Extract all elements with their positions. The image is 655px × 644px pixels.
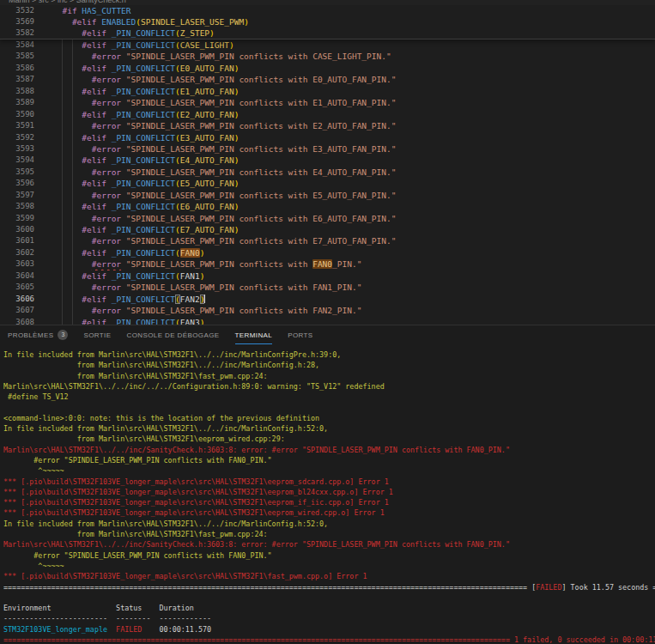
code-line[interactable]: 3591 #error "SPINDLE_LASER_PWM_PIN confl… [0,120,655,131]
code-line[interactable]: 3585 #error "SPINDLE_LASER_PWM_PIN confl… [0,51,655,62]
line-number: 3603 [0,258,34,270]
terminal-line: In file included from Marlin\src\HAL\STM… [3,349,655,360]
code-line[interactable]: 3589 #error "SPINDLE_LASER_PWM_PIN confl… [0,97,655,108]
problems-count-badge: 3 [58,330,68,340]
line-number: 3595 [0,167,34,178]
code-line-text: #elif _PIN_CONFLICT(E3_AUTO_FAN) [34,132,239,143]
code-line-text: #elif _PIN_CONFLICT(E5_AUTO_FAN) [34,178,239,189]
tab-debug-console[interactable]: CONSOLE DE DÉBOGAGE [126,325,219,344]
code-line[interactable]: 3603 #error "SPINDLE_LASER_PWM_PIN confl… [0,258,655,270]
code-line-text: #elif _PIN_CONFLICT(E1_AUTO_FAN) [34,86,239,97]
terminal-line: STM32F103VE_longer_maple FAILED 00:00:11… [3,624,655,635]
line-number: 3600 [0,224,34,235]
code-line[interactable]: 3592 #elif _PIN_CONFLICT(E3_AUTO_FAN) [0,132,655,143]
code-line[interactable]: 3596 #elif _PIN_CONFLICT(E5_AUTO_FAN) [0,178,655,189]
bottom-panel: PROBLÈMES3SORTIECONSOLE DE DÉBOGAGETERMI… [0,325,655,644]
terminal[interactable]: In file included from Marlin\src\HAL\STM… [0,344,655,644]
line-number: 3593 [0,143,34,155]
code-line[interactable]: 3598 #elif _PIN_CONFLICT(E6_AUTO_FAN) [0,201,655,212]
code-line[interactable]: 3595 #error "SPINDLE_LASER_PWM_PIN confl… [0,167,655,178]
code-line[interactable]: 3587 #error "SPINDLE_LASER_PWM_PIN confl… [0,74,655,85]
code-line-text: #elif _PIN_CONFLICT(CASE_LIGHT) [34,39,234,51]
terminal-line: *** [.pio\build\STM32F103VE_longer_maple… [3,497,655,507]
terminal-line: ========================================… [3,635,655,644]
terminal-line: from Marlin\src\HAL\STM32F1\../../inc/Ma… [3,360,655,370]
line-number: 3601 [0,235,34,246]
code-line[interactable]: 3597 #error "SPINDLE_LASER_PWM_PIN confl… [0,190,655,201]
line-number: 3597 [0,190,34,201]
code-line-text: #elif _PIN_CONFLICT(Z_STEP) [34,27,215,39]
code-line-text: #error "SPINDLE_LASER_PWM_PIN conflicts … [34,213,396,224]
code-line-text: #elif _PIN_CONFLICT(E4_AUTO_FAN) [34,155,239,166]
code-line-text: #error "SPINDLE_LASER_PWM_PIN conflicts … [34,97,396,108]
code-line-text: #elif _PIN_CONFLICT(FAN1) [34,270,204,282]
code-line-text: #error "SPINDLE_LASER_PWM_PIN conflicts … [34,282,361,293]
code-line[interactable]: 3582 #elif _PIN_CONFLICT(Z_STEP) [0,27,655,39]
line-number: 3582 [0,27,34,39]
code-line-text: #error "SPINDLE_LASER_PWM_PIN conflicts … [34,167,396,178]
code-line[interactable]: 3602 #elif _PIN_CONFLICT(FAN0) [0,247,655,258]
terminal-line: from Marlin\src\HAL\STM32F1\fast_pwm.cpp… [3,371,655,381]
terminal-line: *** [.pio\build\STM32F103VE_longer_maple… [3,507,655,518]
terminal-line [3,592,655,603]
code-line[interactable]: 3584 #elif _PIN_CONFLICT(CASE_LIGHT) [0,39,655,51]
terminal-line: #define TS_V12 [3,392,655,402]
terminal-line: Marlin\src\HAL\STM32F1\../../inc/SanityC… [3,539,655,550]
terminal-line: <command-line>:0:0: note: this is the lo… [3,413,655,423]
terminal-line: ========================================… [3,582,655,592]
code-viewport[interactable]: 3584 #elif _PIN_CONFLICT(CASE_LIGHT)3585… [0,39,655,325]
line-number: 3598 [0,201,34,212]
code-line[interactable]: 3608 #elif _PIN_CONFLICT(FAN3) [0,317,655,325]
code-line-text: #elif _PIN_CONFLICT(FAN2) [34,294,205,305]
tab-output[interactable]: SORTIE [83,325,111,344]
code-line-text: #elif _PIN_CONFLICT(E7_AUTO_FAN) [34,224,239,235]
code-line[interactable]: 3604 #elif _PIN_CONFLICT(FAN1) [0,270,655,282]
code-line[interactable]: 3593 #error "SPINDLE_LASER_PWM_PIN confl… [0,143,655,155]
line-number: 3592 [0,132,34,143]
vscode-window: Marlin > src > inc > SanityCheck.h 3584 … [0,0,655,644]
terminal-line: #error "SPINDLE_LASER_PWM_PIN conflicts … [3,550,655,561]
tab-problems[interactable]: PROBLÈMES3 [8,325,68,344]
code-line-text: #error "SPINDLE_LASER_PWM_PIN conflicts … [34,305,361,316]
line-number: 3588 [0,86,34,97]
line-number: 3604 [0,270,34,282]
code-line[interactable]: 3569 #elif ENABLED(SPINDLE_LASER_USE_PWM… [0,16,655,27]
line-number: 3606 [0,294,34,305]
code-line[interactable]: 3606 #elif _PIN_CONFLICT(FAN2) [0,294,655,305]
code-line-text: #elif _PIN_CONFLICT(E6_AUTO_FAN) [34,201,239,212]
panel-tab-bar: PROBLÈMES3SORTIECONSOLE DE DÉBOGAGETERMI… [0,325,655,344]
text-cursor [204,295,205,303]
terminal-line: ^~~~~~ [3,465,655,476]
code-line[interactable]: 3605 #error "SPINDLE_LASER_PWM_PIN confl… [0,282,655,293]
code-line-text: #error "SPINDLE_LASER_PWM_PIN conflicts … [34,235,396,246]
line-number: 3591 [0,120,34,131]
terminal-line: Marlin\src\HAL\STM32F1\../../inc/SanityC… [3,445,655,455]
code-line[interactable]: 3600 #elif _PIN_CONFLICT(E7_AUTO_FAN) [0,224,655,235]
line-number: 3608 [0,317,34,325]
tab-ports[interactable]: PORTS [288,325,312,344]
code-line[interactable]: 3588 #elif _PIN_CONFLICT(E1_AUTO_FAN) [0,86,655,97]
code-line[interactable]: 3532 #if HAS_CUTTER [0,5,655,16]
code-line[interactable]: 3590 #elif _PIN_CONFLICT(E2_AUTO_FAN) [0,109,655,120]
terminal-line: Marlin\src\HAL\STM32F1\../../inc/../../C… [3,381,655,392]
code-line[interactable]: 3586 #elif _PIN_CONFLICT(E0_AUTO_FAN) [0,63,655,74]
code-line[interactable]: 3594 #elif _PIN_CONFLICT(E4_AUTO_FAN) [0,155,655,166]
code-editor[interactable]: 3584 #elif _PIN_CONFLICT(CASE_LIGHT)3585… [0,5,655,325]
line-number: 3602 [0,247,34,258]
code-line[interactable]: 3607 #error "SPINDLE_LASER_PWM_PIN confl… [0,305,655,316]
line-number: 3596 [0,178,34,189]
sticky-scroll: 3532 #if HAS_CUTTER3569 #elif ENABLED(SP… [0,5,655,39]
tab-label: PORTS [288,331,312,339]
terminal-line: In file included from Marlin\src\HAL\STM… [3,423,655,434]
code-line-text: #elif _PIN_CONFLICT(E2_AUTO_FAN) [34,109,239,120]
code-line[interactable]: 3601 #error "SPINDLE_LASER_PWM_PIN confl… [0,235,655,246]
terminal-line: from Marlin\src\HAL\STM32F1\fast_pwm.cpp… [3,529,655,539]
code-line[interactable]: 3599 #error "SPINDLE_LASER_PWM_PIN confl… [0,213,655,224]
terminal-line: *** [.pio\build\STM32F103VE_longer_maple… [3,571,655,581]
line-number: 3587 [0,74,34,85]
tab-label: TERMINAL [235,331,273,339]
line-number: 3599 [0,213,34,224]
tab-terminal[interactable]: TERMINAL [235,325,273,344]
code-line-text: #error "SPINDLE_LASER_PWM_PIN conflicts … [34,143,396,155]
terminal-line: ------------------------ -------- ------… [3,613,655,623]
